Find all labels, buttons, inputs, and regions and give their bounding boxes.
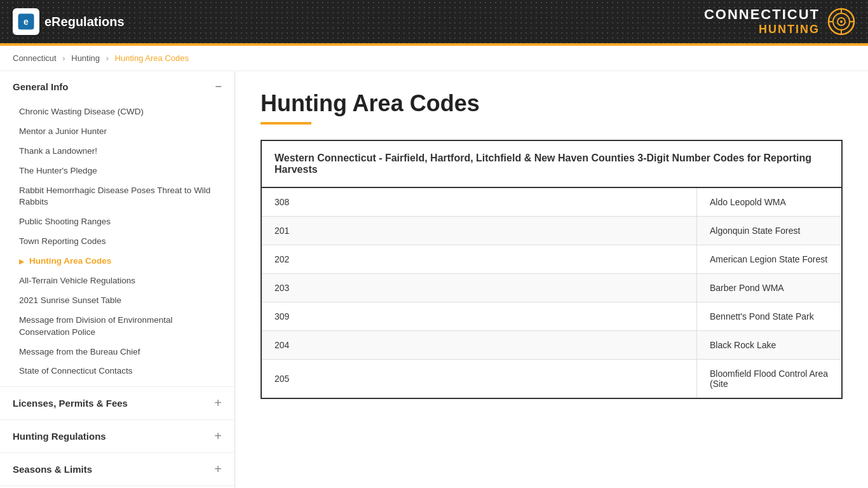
table-cell-code: 205 — [261, 360, 697, 399]
table-cell-code: 308 — [261, 187, 697, 217]
header-right: CONNECTICUT HUNTING — [704, 7, 855, 36]
target-icon — [827, 8, 855, 36]
logo-icon: e — [13, 8, 39, 35]
sidebar-item-hunting-area-codes[interactable]: Hunting Area Codes — [0, 252, 234, 271]
sidebar: General Info − Chronic Wasting Disease (… — [0, 71, 235, 488]
table-header: Western Connecticut - Fairfield, Hartfor… — [261, 140, 842, 187]
table-row: 205Bloomfield Flood Control Area (Site — [261, 360, 842, 399]
sidebar-section-general-info: General Info − Chronic Wasting Disease (… — [0, 71, 234, 387]
table-cell-name: Barber Pond WMA — [697, 274, 843, 302]
main-content: Hunting Area Codes Western Connecticut -… — [235, 71, 868, 488]
sidebar-item-mentor[interactable]: Mentor a Junior Hunter — [0, 122, 234, 142]
table-cell-name: Bennett's Pond State Park — [697, 302, 843, 331]
state-branding: CONNECTICUT HUNTING — [704, 7, 820, 36]
breadcrumb-connecticut[interactable]: Connecticut — [13, 53, 57, 63]
app-header: e eRegulations CONNECTICUT HUNTING — [0, 0, 868, 43]
table-cell-code: 204 — [261, 331, 697, 360]
sidebar-item-shooting[interactable]: Public Shooting Ranges — [0, 212, 234, 232]
sidebar-item-pledge[interactable]: The Hunter's Pledge — [0, 161, 234, 181]
sidebar-licenses-header[interactable]: Licenses, Permits & Fees + — [0, 387, 234, 420]
sidebar-hunting-regs-header[interactable]: Hunting Regulations + — [0, 420, 234, 453]
sidebar-item-rabbit[interactable]: Rabbit Hemorrhagic Disease Poses Threat … — [0, 181, 234, 213]
sidebar-general-info-header[interactable]: General Info − — [0, 71, 234, 102]
breadcrumb: Connecticut › Hunting › Hunting Area Cod… — [0, 46, 868, 71]
sidebar-item-bureau-chief[interactable]: Message from the Bureau Chief — [0, 342, 234, 362]
table-row: 308Aldo Leopold WMA — [261, 187, 842, 217]
logo-container[interactable]: e eRegulations — [13, 8, 125, 35]
sidebar-item-town-codes[interactable]: Town Reporting Codes — [0, 232, 234, 252]
breadcrumb-hunting[interactable]: Hunting — [71, 53, 100, 63]
table-row: 202American Legion State Forest — [261, 245, 842, 274]
state-sub: HUNTING — [704, 23, 820, 36]
table-row: 204Black Rock Lake — [261, 331, 842, 360]
table-row: 201Algonquin State Forest — [261, 217, 842, 245]
table-cell-name: American Legion State Forest — [697, 245, 843, 274]
sidebar-item-sunrise[interactable]: 2021 Sunrise Sunset Table — [0, 291, 234, 311]
sidebar-item-contacts[interactable]: State of Connecticut Contacts — [0, 362, 234, 381]
sidebar-licenses-toggle: + — [214, 396, 222, 410]
sidebar-item-env-police[interactable]: Message from Division of Environmental C… — [0, 311, 234, 342]
sidebar-hunting-regs-label: Hunting Regulations — [13, 431, 106, 442]
sidebar-seasons-header[interactable]: Seasons & Limits + — [0, 453, 234, 486]
sidebar-hunting-regs-toggle: + — [214, 429, 222, 444]
sidebar-item-thank[interactable]: Thank a Landowner! — [0, 142, 234, 161]
breadcrumb-sep-1: › — [62, 53, 65, 63]
table-cell-name: Aldo Leopold WMA — [697, 187, 843, 217]
breadcrumb-sep-2: › — [106, 53, 109, 63]
sidebar-item-cwd[interactable]: Chronic Wasting Disease (CWD) — [0, 102, 234, 122]
table-cell-name: Bloomfield Flood Control Area (Site — [697, 360, 843, 399]
table-row: 203Barber Pond WMA — [261, 274, 842, 302]
sidebar-general-info-items: Chronic Wasting Disease (CWD) Mentor a J… — [0, 102, 234, 386]
logo-text: eRegulations — [44, 15, 125, 29]
state-name: CONNECTICUT — [704, 7, 820, 22]
table-cell-code: 202 — [261, 245, 697, 274]
table-cell-code: 203 — [261, 274, 697, 302]
sidebar-seasons-toggle: + — [214, 462, 222, 477]
table-cell-code: 309 — [261, 302, 697, 331]
sidebar-general-info-toggle: − — [215, 80, 222, 93]
breadcrumb-current: Hunting Area Codes — [115, 53, 189, 63]
table-cell-code: 201 — [261, 217, 697, 245]
table-cell-name: Algonquin State Forest — [697, 217, 843, 245]
sidebar-licenses-label: Licenses, Permits & Fees — [13, 398, 128, 409]
title-underline — [261, 122, 311, 125]
sidebar-general-info-label: General Info — [13, 81, 69, 92]
svg-text:e: e — [24, 17, 29, 27]
table-row: 309Bennett's Pond State Park — [261, 302, 842, 331]
table-cell-name: Black Rock Lake — [697, 331, 843, 360]
page-title: Hunting Area Codes — [261, 90, 843, 117]
sidebar-item-atv[interactable]: All-Terrain Vehicle Regulations — [0, 271, 234, 291]
sidebar-seasons-label: Seasons & Limits — [13, 464, 92, 475]
svg-point-5 — [840, 20, 843, 23]
page-layout: General Info − Chronic Wasting Disease (… — [0, 71, 868, 488]
area-codes-table: Western Connecticut - Fairfield, Hartfor… — [261, 140, 843, 399]
